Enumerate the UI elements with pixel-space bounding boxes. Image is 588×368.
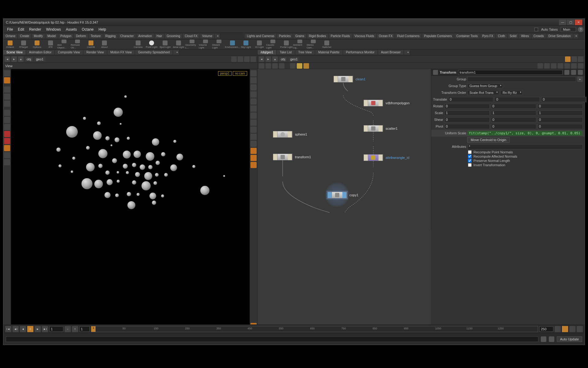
tab-motionfx-view[interactable]: Motion FX View	[107, 50, 135, 55]
xorder-dropdown[interactable]: Scale Rot Trans	[467, 90, 499, 95]
scale-tool-icon[interactable]	[4, 101, 10, 107]
selection-tool-icon[interactable]	[251, 155, 257, 161]
menu-windows[interactable]: Windows	[43, 27, 63, 32]
rail-addobject[interactable]: Add Object...	[57, 40, 71, 49]
shelf-tab[interactable]: Viscous Fluids	[352, 34, 377, 38]
move-centroid-button[interactable]: Move Centroid to Origin	[467, 137, 510, 143]
shy-input[interactable]	[491, 117, 536, 122]
pin-icon[interactable]	[231, 56, 237, 62]
shx-input[interactable]	[444, 117, 490, 122]
display-tool-icon[interactable]	[251, 148, 257, 154]
shelf-tab[interactable]: Solid	[507, 34, 519, 38]
nav-back-icon[interactable]: ◄	[259, 56, 264, 62]
node-clean1[interactable]: clean1	[334, 76, 365, 82]
shelf-tab[interactable]: Cloud FX	[183, 34, 200, 38]
uniform-scale-input[interactable]	[467, 131, 583, 136]
path-node[interactable]: geo1	[288, 57, 300, 62]
rail-gilight[interactable]: GI Light	[253, 40, 266, 49]
magnet-tool-icon[interactable]	[4, 131, 10, 137]
rail-stereocam[interactable]: Stereo Cam...	[307, 40, 320, 49]
tx-input[interactable]	[448, 97, 493, 102]
playbar-options-icon[interactable]	[577, 326, 583, 332]
select-tool-icon[interactable]	[4, 70, 10, 76]
path-scope[interactable]: obj	[25, 57, 33, 62]
note-icon[interactable]	[297, 63, 302, 69]
rail-distantlight[interactable]: Distant Light	[212, 40, 226, 49]
hull-tool-icon[interactable]	[251, 120, 257, 126]
shelf-tab[interactable]: Grains	[293, 34, 307, 38]
sticky-icon[interactable]	[290, 63, 296, 69]
first-frame-button[interactable]: I◄	[5, 326, 11, 332]
grouptype-dropdown[interactable]: Guess from Group	[467, 83, 503, 88]
nav-up-icon[interactable]: ▲	[18, 56, 24, 62]
magnet2-tool-icon[interactable]	[4, 138, 10, 144]
rail-portallight[interactable]: Portal Light	[280, 40, 293, 49]
rail-envlight[interactable]: Environmen...	[226, 40, 239, 49]
end-frame-input[interactable]	[539, 326, 553, 332]
shelf-tab[interactable]: Populate Containers	[422, 34, 454, 38]
tab-add-icon[interactable]: +	[173, 50, 179, 55]
tab-tree-view[interactable]: Tree View	[295, 50, 315, 55]
rail-geolight[interactable]: Geometry L...	[185, 40, 199, 49]
group-menu-icon[interactable]: ▸	[577, 76, 583, 82]
path-input[interactable]	[301, 57, 564, 61]
rail-options[interactable]: Options	[30, 40, 44, 49]
snap-tool-icon[interactable]	[4, 124, 10, 130]
layout-icon[interactable]	[551, 63, 556, 69]
rail-pointlight[interactable]: Point Light	[145, 40, 158, 49]
tab-network[interactable]: /obj/geo1	[258, 50, 277, 55]
gear-icon[interactable]	[564, 70, 569, 75]
px-input[interactable]	[444, 124, 490, 129]
auto-takes-checkbox[interactable]	[534, 28, 538, 31]
playhead[interactable]: 1	[91, 326, 96, 332]
cup-tool-icon[interactable]	[4, 159, 10, 165]
tab-geometry-spreadsheet[interactable]: Geometry Spreadsheet	[135, 50, 173, 55]
preserve-length-checkbox[interactable]	[468, 159, 472, 163]
maximize-button[interactable]: ▢	[567, 20, 574, 25]
node-name-input[interactable]	[458, 70, 563, 75]
shelf-add-icon[interactable]: +	[573, 34, 579, 38]
pin-tool-icon[interactable]	[251, 91, 257, 98]
rotate-tool-icon[interactable]	[4, 94, 10, 100]
node-sphere1[interactable]: sphere1	[273, 131, 307, 138]
ry-input[interactable]	[491, 104, 536, 109]
shelf-tab[interactable]: Rigid Bodies	[307, 34, 329, 38]
wireframe-tool-icon[interactable]	[251, 113, 257, 119]
deps-icon[interactable]	[544, 63, 550, 69]
help-icon[interactable]	[578, 70, 583, 75]
move-tool-icon[interactable]	[4, 86, 10, 93]
camera-tool-icon[interactable]	[251, 70, 257, 76]
path-node[interactable]: geo1	[34, 57, 45, 62]
shelf-tab[interactable]: Character	[118, 34, 136, 38]
rail-camera[interactable]: Camera	[131, 40, 145, 49]
rail-volumelight[interactable]: Volume Light	[199, 40, 212, 49]
zoom-icon[interactable]	[571, 63, 577, 69]
rail-octane[interactable]: Octane	[3, 40, 17, 49]
last-frame-button[interactable]: ►I	[42, 326, 48, 332]
shz-input[interactable]	[537, 117, 583, 122]
pz-input[interactable]	[537, 124, 583, 129]
rail-livedb[interactable]: LiveDB	[84, 40, 98, 49]
rail-rtarget[interactable]: RTarget	[17, 40, 30, 49]
ty-input[interactable]	[495, 97, 540, 102]
frame-inc-icon[interactable]: +	[72, 326, 78, 332]
node-transform1[interactable]: transform1	[273, 154, 311, 160]
region-select-tool-icon[interactable]	[4, 77, 10, 83]
wire-style-icon[interactable]	[537, 63, 543, 69]
recompute-affected-checkbox[interactable]	[468, 155, 472, 158]
step-fwd-button[interactable]: ►	[35, 326, 41, 332]
home-icon[interactable]	[244, 56, 250, 62]
shelf-tab[interactable]: Modify	[32, 34, 45, 38]
table-icon[interactable]	[272, 63, 278, 69]
shelf-tab[interactable]: Animation	[136, 34, 154, 38]
shelf-tab[interactable]: Grooming	[164, 34, 183, 38]
split-icon[interactable]	[238, 56, 243, 62]
shelf-tab[interactable]: Ocean FX	[377, 34, 395, 38]
globe-tool-icon[interactable]	[251, 84, 257, 90]
invert-transform-checkbox[interactable]	[468, 163, 472, 167]
help-icon[interactable]: ?	[578, 27, 583, 32]
shelf-tab[interactable]: Rigging	[103, 34, 118, 38]
network-view[interactable]: clean1 vdbfrompolygon scatter1 sphere1 t…	[258, 69, 431, 345]
path-input[interactable]	[47, 57, 230, 61]
nav-up-icon[interactable]: ▲	[272, 56, 278, 62]
